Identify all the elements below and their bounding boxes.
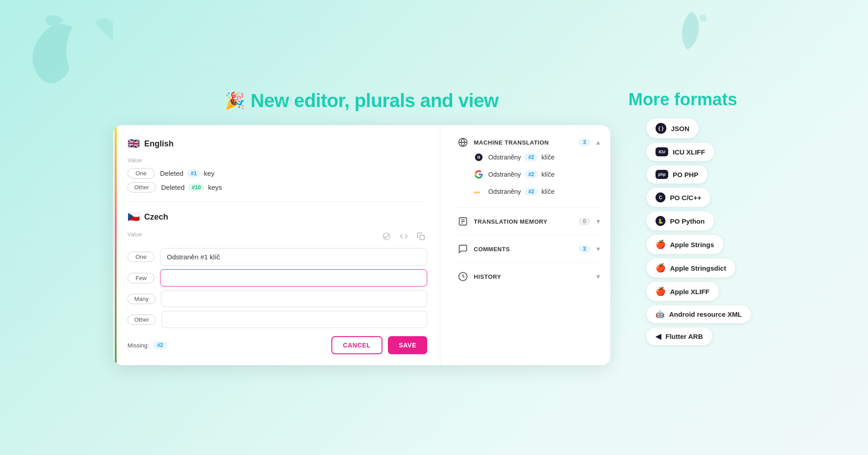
editor-right-panel: MACHINE TRANSLATION 3 ▲ Odstraněny #2 kl… xyxy=(448,125,610,365)
google-badge: #2 xyxy=(524,170,538,178)
format-json-label: JSON xyxy=(671,125,689,132)
editor-left-panel: 🇬🇧 English Value One Deleted #1 key Oth xyxy=(113,125,440,365)
google-translation-text: Odstraněny #2 klíče xyxy=(488,170,555,178)
translation-memory-chevron: ▼ xyxy=(595,218,601,225)
machine-translation-header[interactable]: MACHINE TRANSLATION 3 ▲ xyxy=(457,136,601,149)
history-icon xyxy=(457,270,469,283)
machine-translation-section: MACHINE TRANSLATION 3 ▲ Odstraněny #2 kl… xyxy=(457,136,601,208)
english-plural-other: Other Deleted #10 keys xyxy=(127,182,427,192)
czech-tag-one: One xyxy=(127,252,155,262)
czech-tag-other: Other xyxy=(127,314,156,325)
czech-tag-few: Few xyxy=(127,273,155,283)
format-xliff: ICU ICU XLIFF xyxy=(646,143,714,161)
xliff-icon: ICU xyxy=(656,147,668,156)
comments-count: 3 xyxy=(578,245,590,253)
czech-lang-header: 🇨🇿 Czech xyxy=(127,211,427,223)
format-apple-strings: 🍎 Apple Strings xyxy=(646,235,723,254)
czech-plural-many-row: Many xyxy=(127,290,427,307)
english-badge-other: #10 xyxy=(188,183,204,192)
english-lang-header: 🇬🇧 English xyxy=(127,138,427,150)
czech-input-other[interactable] xyxy=(161,311,427,328)
missing-info: Missing: #2 xyxy=(127,341,168,349)
comments-section: COMMENTS 3 ▼ xyxy=(457,243,601,263)
czech-value-label: Value xyxy=(127,231,142,238)
format-flutter-label: Flutter ARB xyxy=(665,333,703,340)
english-tag-other: Other xyxy=(127,182,156,192)
format-apple-strings-label: Apple Strings xyxy=(670,241,714,249)
deepl-icon xyxy=(474,152,484,162)
english-section: 🇬🇧 English Value One Deleted #1 key Oth xyxy=(127,138,427,192)
php-icon: php xyxy=(656,170,668,179)
translation-memory-header[interactable]: TRANSLATION MEMORY 0 ▼ xyxy=(457,215,601,228)
svg-rect-2 xyxy=(420,235,425,240)
aws-translation-text: Odstraněny #2 klíče xyxy=(488,188,555,196)
english-value-label: Value xyxy=(127,157,427,164)
format-android-label: Android resource XML xyxy=(669,310,742,318)
json-icon: { } xyxy=(656,123,666,134)
page-title: New editor, plurals and view xyxy=(250,90,499,112)
czech-input-one[interactable] xyxy=(160,248,427,266)
machine-translation-title: MACHINE TRANSLATION xyxy=(474,139,574,146)
svg-text:aws: aws xyxy=(474,190,481,194)
english-lang-name: English xyxy=(144,139,174,149)
save-button[interactable]: SAVE xyxy=(388,336,427,354)
page-title-area: 🎉 New editor, plurals and view xyxy=(225,90,499,112)
format-apple-stringsdict-label: Apple Stringsdict xyxy=(670,264,726,272)
deepl-badge: #2 xyxy=(524,153,538,161)
format-apple-xliff-label: Apple XLIFF xyxy=(670,288,710,296)
english-plural-one: One Deleted #1 key xyxy=(127,168,427,178)
editor-panel: 🇬🇧 English Value One Deleted #1 key Oth xyxy=(113,125,610,365)
format-android: 🤖 Android resource XML xyxy=(646,305,751,323)
format-apple-xliff: 🍎 Apple XLIFF xyxy=(646,282,719,301)
czech-lang-name: Czech xyxy=(144,212,168,222)
apple-stringsdict-icon: 🍎 xyxy=(656,263,665,273)
english-flag: 🇬🇧 xyxy=(127,138,140,150)
czech-tag-many: Many xyxy=(127,294,156,304)
czech-input-many[interactable] xyxy=(161,290,427,307)
english-value-other: Deleted #10 keys xyxy=(161,183,222,192)
approve-icon[interactable] xyxy=(380,230,393,243)
comments-header[interactable]: COMMENTS 3 ▼ xyxy=(457,243,601,255)
svg-point-0 xyxy=(699,14,707,22)
aws-translation-item: aws Odstraněny #2 klíče xyxy=(457,183,601,200)
deepl-translation-item: Odstraněny #2 klíče xyxy=(457,149,601,166)
format-json: { } JSON xyxy=(646,118,698,138)
translation-memory-section: TRANSLATION MEMORY 0 ▼ xyxy=(457,215,601,235)
czech-value-header: Value xyxy=(127,230,427,243)
czech-plural-one-row: One xyxy=(127,248,427,266)
missing-badge: #2 xyxy=(153,341,168,349)
flutter-icon: ◀ xyxy=(656,332,661,341)
format-flutter: ◀ Flutter ARB xyxy=(646,328,712,345)
translation-memory-count: 0 xyxy=(578,217,590,225)
czech-plural-other-row: Other xyxy=(127,311,427,328)
czech-plural-few-row: Few xyxy=(127,269,427,286)
aws-icon: aws xyxy=(474,187,484,197)
cancel-button[interactable]: CANCEL xyxy=(331,336,382,354)
editor-toolbar xyxy=(380,230,427,243)
deepl-translation-text: Odstraněny #2 klíče xyxy=(488,153,555,161)
format-php-label: PO PHP xyxy=(673,171,698,178)
czech-input-few[interactable] xyxy=(160,269,427,286)
czech-flag: 🇨🇿 xyxy=(127,211,140,223)
apple-strings-icon: 🍎 xyxy=(656,239,665,249)
history-header[interactable]: HISTORY ▼ xyxy=(457,270,601,283)
aws-badge: #2 xyxy=(524,188,538,196)
format-php: php PO PHP xyxy=(646,165,708,183)
android-icon: 🤖 xyxy=(656,310,665,319)
machine-translation-chevron: ▲ xyxy=(595,139,601,146)
czech-section: 🇨🇿 Czech Value xyxy=(127,202,427,354)
python-icon: 🐍 xyxy=(656,216,665,226)
party-icon: 🎉 xyxy=(225,91,245,110)
editor-bottom-bar: Missing: #2 CANCEL SAVE xyxy=(127,336,427,354)
code-icon[interactable] xyxy=(397,230,410,243)
english-value-one: Deleted #1 key xyxy=(160,169,214,178)
format-python-label: PO Python xyxy=(670,217,705,225)
missing-text: Missing: xyxy=(127,342,149,349)
format-xliff-label: ICU XLIFF xyxy=(673,148,705,156)
english-tag-one: One xyxy=(127,168,155,178)
translation-memory-icon xyxy=(457,215,469,228)
formats-title: More formats xyxy=(628,90,737,109)
bottom-actions: CANCEL SAVE xyxy=(331,336,427,354)
copy-icon[interactable] xyxy=(415,230,427,243)
machine-translation-icon xyxy=(457,136,469,149)
